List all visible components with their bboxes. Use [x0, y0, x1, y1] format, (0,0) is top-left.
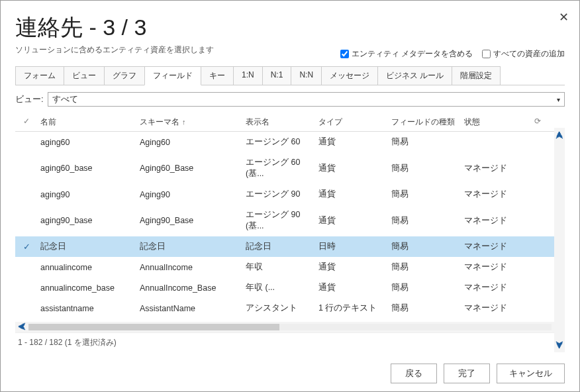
column-header-schema[interactable]: スキーマ名↑	[140, 117, 246, 128]
tab-4[interactable]: キー	[201, 66, 234, 85]
tabs-bar: フォームビューグラフフィールドキー1:NN:1N:Nメッセージビジネス ルール階…	[15, 66, 565, 85]
cell-name: 記念日	[38, 241, 140, 252]
add-all-assets-input[interactable]	[482, 50, 491, 58]
tab-10[interactable]: 階層設定	[452, 66, 501, 85]
cell-fieldtype: 簡易	[391, 215, 464, 226]
page-title: 連絡先 - 3 / 3	[15, 13, 214, 43]
include-metadata-label: エンティティ メタデータを含める	[352, 48, 473, 60]
cell-fieldtype: 簡易	[391, 303, 464, 314]
horizontal-scrollbar[interactable]: ⮜ ⮞	[15, 322, 565, 332]
scroll-thumb[interactable]	[28, 324, 279, 330]
add-all-assets-checkbox[interactable]: すべての資産の追加	[482, 48, 565, 60]
cancel-button[interactable]: キャンセル	[497, 364, 565, 383]
scroll-left-icon[interactable]: ⮜	[18, 322, 26, 332]
cell-state: マネージド	[464, 282, 530, 293]
add-all-assets-label: すべての資産の追加	[493, 48, 565, 60]
tab-3[interactable]: フィールド	[144, 66, 201, 85]
tab-5[interactable]: 1:N	[233, 66, 263, 85]
table-row[interactable]: annualincome_baseAnnualIncome_Base年収 (..…	[15, 277, 565, 298]
cell-display: エージング 90	[246, 189, 318, 200]
cell-display: 記念日	[246, 241, 318, 252]
scroll-down-icon[interactable]: ⮟	[556, 340, 563, 350]
cell-display: エージング 90 (基...	[246, 209, 318, 232]
cell-fieldtype: 簡易	[391, 189, 464, 200]
cell-fieldtype: 簡易	[391, 163, 464, 174]
cell-name: aging60_base	[38, 164, 140, 173]
column-header-state[interactable]: 状態	[464, 117, 530, 128]
cell-schema: Aging90_Base	[140, 216, 246, 225]
cell-type: 1 行のテキスト	[318, 303, 391, 314]
cell-type: 通貨	[318, 136, 391, 148]
table-body: aging60Aging60エージング 60通貨簡易aging60_baseAg…	[15, 132, 565, 322]
back-button[interactable]: 戻る	[391, 364, 437, 383]
cell-display: 年収 (...	[246, 282, 318, 293]
view-label: ビュー:	[15, 93, 44, 105]
cell-display: 年収	[246, 262, 318, 273]
cell-state: マネージド	[464, 262, 530, 273]
column-header-fieldtype[interactable]: フィールドの種類	[391, 117, 464, 128]
cell-type: 通貨	[318, 189, 391, 200]
cell-schema: Aging60_Base	[140, 164, 246, 173]
cell-schema: Aging60	[140, 138, 246, 147]
status-text: 1 - 182 / 182 (1 を選択済み)	[15, 332, 565, 352]
table-row[interactable]: aging90Aging90エージング 90通貨簡易マネージド	[15, 184, 565, 205]
cell-schema: AnnualIncome	[140, 263, 246, 272]
cell-name: aging90_base	[38, 216, 140, 225]
cell-schema: AnnualIncome_Base	[140, 283, 246, 293]
table-row[interactable]: aging60_baseAging60_Baseエージング 60 (基...通貨…	[15, 152, 565, 184]
cell-name: aging90	[38, 190, 140, 199]
select-all-checkbox[interactable]	[15, 117, 38, 128]
close-icon[interactable]: ✕	[559, 10, 569, 24]
cell-schema: Aging90	[140, 190, 246, 199]
cell-type: 通貨	[318, 163, 391, 174]
column-header-display[interactable]: 表示名	[246, 117, 318, 128]
table-header-row: 名前 スキーマ名↑ 表示名 タイプ フィールドの種類 状態 ⟳	[15, 113, 565, 132]
tab-9[interactable]: ビジネス ルール	[377, 66, 452, 85]
cell-type: 通貨	[318, 215, 391, 226]
cell-state: マネージド	[464, 241, 530, 252]
cell-display: アシスタント	[246, 303, 318, 314]
table-row[interactable]: annualincomeAnnualIncome年収通貨簡易マネージド	[15, 257, 565, 277]
column-header-type[interactable]: タイプ	[318, 117, 391, 128]
include-metadata-checkbox[interactable]: エンティティ メタデータを含める	[340, 48, 473, 60]
column-header-name[interactable]: 名前	[38, 117, 140, 128]
cell-state: マネージド	[464, 303, 530, 314]
table-row[interactable]: aging60Aging60エージング 60通貨簡易	[15, 132, 565, 152]
cell-name: annualincome	[38, 263, 140, 272]
tab-0[interactable]: フォーム	[15, 66, 64, 85]
page-subtitle: ソリューションに含めるエンティティ資産を選択します	[15, 44, 214, 56]
refresh-icon[interactable]: ⟳	[530, 117, 545, 128]
table-row[interactable]: assistantphoneAssistantPhoneアシスタントの電...1…	[15, 318, 565, 322]
cell-type: 通貨	[318, 262, 391, 273]
scroll-up-icon[interactable]: ⮝	[556, 130, 563, 140]
view-dropdown[interactable]: すべて ▾	[48, 92, 565, 107]
cell-type: 日時	[318, 241, 391, 252]
cell-fieldtype: 簡易	[391, 262, 464, 273]
cell-fieldtype: 簡易	[391, 282, 464, 293]
cell-type: 通貨	[318, 282, 391, 293]
complete-button[interactable]: 完了	[444, 364, 490, 383]
scroll-track[interactable]	[28, 324, 552, 330]
table-row[interactable]: aging90_baseAging90_Baseエージング 90 (基...通貨…	[15, 205, 565, 236]
row-checkbox[interactable]	[15, 242, 38, 252]
tab-1[interactable]: ビュー	[64, 66, 105, 85]
table-row[interactable]: assistantnameAssistantNameアシスタント1 行のテキスト…	[15, 298, 565, 318]
tab-6[interactable]: N:1	[262, 66, 292, 85]
cell-name: aging60	[38, 138, 140, 147]
tab-7[interactable]: N:N	[291, 66, 322, 85]
view-selected-value: すべて	[52, 93, 78, 105]
vertical-scrollbar[interactable]: ⮝ ⮟	[554, 128, 565, 352]
cell-state: マネージド	[464, 215, 530, 226]
cell-name: annualincome_base	[38, 283, 140, 293]
chevron-down-icon: ▾	[557, 96, 560, 103]
cell-name: assistantname	[38, 304, 140, 313]
cell-schema: 記念日	[140, 241, 246, 252]
include-metadata-input[interactable]	[340, 50, 349, 58]
cell-display: エージング 60	[246, 136, 318, 148]
cell-display: エージング 60 (基...	[246, 157, 318, 179]
table-row[interactable]: 記念日記念日記念日日時簡易マネージド	[15, 236, 565, 257]
cell-schema: AssistantName	[140, 304, 246, 313]
cell-state: マネージド	[464, 163, 530, 174]
tab-8[interactable]: メッセージ	[321, 66, 378, 85]
tab-2[interactable]: グラフ	[104, 66, 145, 85]
